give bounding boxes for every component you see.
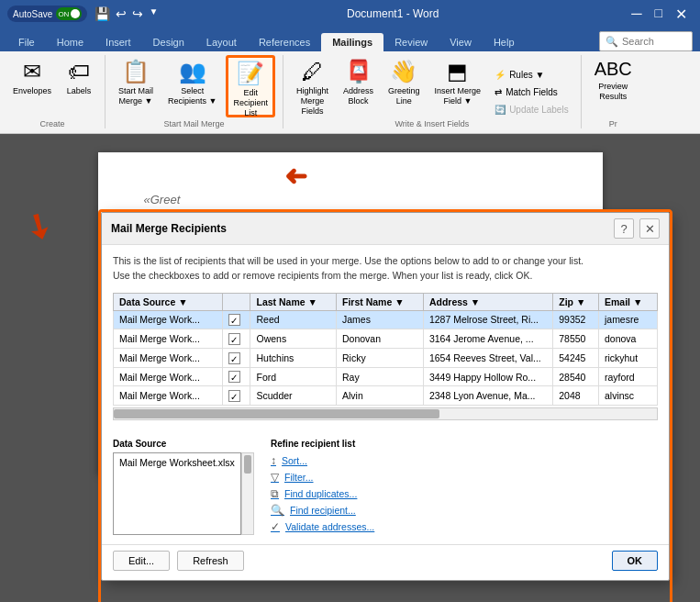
recipients-table-area[interactable]: Data Source ▼ Last Name ▼ First Name ▼ A… xyxy=(113,293,658,407)
cell-email-4: rayford xyxy=(598,367,657,386)
edit-recipient-list-button[interactable]: 📝 EditRecipientList xyxy=(226,55,275,117)
minimize-icon[interactable]: ─ xyxy=(626,6,647,23)
validate-addresses-button[interactable]: ✓ Validate addresses... xyxy=(271,520,658,533)
save-icon[interactable]: 💾 xyxy=(93,6,112,21)
filter-button[interactable]: ▽ Filter... xyxy=(271,471,658,484)
tab-design[interactable]: Design xyxy=(142,33,195,51)
sort-button[interactable]: ↕ Sort... xyxy=(271,454,658,467)
update-labels-icon: 🔄 xyxy=(494,105,506,115)
cell-check-1[interactable] xyxy=(222,310,250,329)
rules-button[interactable]: ⚡ Rules ▼ xyxy=(490,67,573,83)
edit-recipient-list-icon: 📝 xyxy=(237,61,264,86)
match-fields-button[interactable]: ⇄ Match Fields xyxy=(490,84,573,100)
more-icon[interactable]: ▼ xyxy=(147,6,160,21)
autosave-toggle[interactable]: AutoSave ON xyxy=(7,6,87,22)
cell-address-2: 3164 Jerome Avenue, ... xyxy=(423,329,552,349)
cell-check-4[interactable] xyxy=(222,367,250,386)
tab-review[interactable]: Review xyxy=(383,33,439,51)
col-zip[interactable]: Zip ▼ xyxy=(553,293,599,310)
cell-check-3[interactable] xyxy=(222,348,250,367)
tab-layout[interactable]: Layout xyxy=(195,33,248,51)
data-source-item[interactable]: Mail Merge Worksheet.xlsx xyxy=(116,455,239,470)
find-recipient-button[interactable]: 🔍 Find recipient... xyxy=(271,504,658,517)
table-row[interactable]: Mail Merge Work... Ford Ray 3449 Happy H… xyxy=(114,367,658,386)
match-fields-label: Match Fields xyxy=(506,87,558,97)
ribbon-search-box[interactable]: 🔍 xyxy=(599,31,693,51)
tab-home[interactable]: Home xyxy=(46,33,94,51)
cell-check-5[interactable] xyxy=(222,386,250,406)
maximize-icon[interactable]: □ xyxy=(650,6,668,23)
find-duplicates-button[interactable]: ⧉ Find duplicates... xyxy=(271,487,658,500)
select-recipients-button[interactable]: 👥 SelectRecipients ▼ xyxy=(162,55,222,117)
cell-address-3: 1654 Reeves Street, Val... xyxy=(423,348,552,367)
col-address[interactable]: Address ▼ xyxy=(423,293,552,310)
cell-datasource-5: Mail Merge Work... xyxy=(114,386,223,406)
checkbox-5[interactable] xyxy=(228,390,240,402)
data-source-list-container: Mail Merge Worksheet.xlsx xyxy=(113,452,260,535)
table-row[interactable]: Mail Merge Work... Reed James 1287 Melro… xyxy=(114,310,658,329)
table-row[interactable]: Mail Merge Work... Hutchins Ricky 1654 R… xyxy=(114,348,658,367)
autosave-switch[interactable]: ON xyxy=(56,7,82,20)
ok-button[interactable]: OK xyxy=(612,551,659,571)
search-input[interactable] xyxy=(622,36,686,47)
tab-mailings[interactable]: Mailings xyxy=(321,33,383,51)
cell-address-4: 3449 Happy Hollow Ro... xyxy=(423,367,552,386)
tab-references[interactable]: References xyxy=(248,33,321,51)
tab-view[interactable]: View xyxy=(439,33,483,51)
checkbox-4[interactable] xyxy=(228,371,240,383)
validate-icon: ✓ xyxy=(271,520,280,533)
preview-results-button[interactable]: ABC PreviewResults xyxy=(589,55,638,117)
tab-insert[interactable]: Insert xyxy=(94,33,142,51)
start-mail-merge-button[interactable]: 📋 Start MailMerge ▼ xyxy=(113,55,159,117)
col-first-name[interactable]: First Name ▼ xyxy=(337,293,424,310)
col-data-source[interactable]: Data Source ▼ xyxy=(114,293,223,310)
col-checkbox xyxy=(222,293,250,310)
cell-datasource-1: Mail Merge Work... xyxy=(114,310,223,329)
table-row[interactable]: Mail Merge Work... Owens Donovan 3164 Je… xyxy=(114,329,658,349)
ribbon-group-create: ✉ Envelopes 🏷 Labels Create xyxy=(7,55,106,128)
insert-merge-field-button[interactable]: ⬒ Insert MergeField ▼ xyxy=(429,55,487,117)
col-email[interactable]: Email ▼ xyxy=(598,293,657,310)
update-labels-label: Update Labels xyxy=(509,105,569,115)
edit-button[interactable]: Edit... xyxy=(113,551,170,571)
address-block-button[interactable]: 📮 AddressBlock xyxy=(338,55,379,117)
data-source-list[interactable]: Mail Merge Worksheet.xlsx xyxy=(113,452,241,535)
greeting-line-button[interactable]: 👋 GreetingLine xyxy=(383,55,426,117)
dialog-title: Mail Merge Recipients xyxy=(111,222,227,235)
horizontal-scrollbar[interactable] xyxy=(113,407,658,420)
checkbox-2[interactable] xyxy=(228,333,240,345)
greeting-line-icon: 👋 xyxy=(390,59,417,84)
cell-check-2[interactable] xyxy=(222,329,250,349)
scroll-thumb[interactable] xyxy=(114,409,439,418)
labels-button[interactable]: 🏷 Labels xyxy=(61,55,97,117)
tab-file[interactable]: File xyxy=(7,33,46,51)
filter-label: Filter... xyxy=(284,472,314,483)
ds-scroll-thumb[interactable] xyxy=(244,455,251,474)
dialog-help-button[interactable]: ? xyxy=(614,218,634,239)
update-labels-button[interactable]: 🔄 Update Labels xyxy=(490,102,573,117)
tab-help[interactable]: Help xyxy=(483,33,526,51)
col-last-name[interactable]: Last Name ▼ xyxy=(250,293,337,310)
highlight-merge-fields-button[interactable]: 🖊 HighlightMergeFields xyxy=(291,55,334,117)
undo-icon[interactable]: ↩ xyxy=(114,6,128,21)
cell-lastname-2: Owens xyxy=(250,329,337,349)
create-group-label: Create xyxy=(7,119,97,128)
title-bar: AutoSave ON 💾 ↩ ↪ ▼ Document1 - Word ─ □… xyxy=(0,0,700,28)
checkbox-1[interactable] xyxy=(228,314,240,326)
rules-match-group: ⚡ Rules ▼ ⇄ Match Fields 🔄 Update Labels xyxy=(490,67,573,117)
redo-icon[interactable]: ↪ xyxy=(130,6,145,21)
close-icon[interactable]: ✕ xyxy=(670,6,693,23)
mail-merge-dialog[interactable]: Mail Merge Recipients ? ✕ This is the li… xyxy=(101,212,670,581)
data-source-scrollbar[interactable] xyxy=(241,452,254,535)
dialog-controls: ? ✕ xyxy=(614,218,660,239)
refine-panel: Refine recipient list ↕ Sort... ▽ Filter… xyxy=(271,439,658,535)
cell-lastname-1: Reed xyxy=(250,310,337,329)
checkbox-3[interactable] xyxy=(228,352,240,364)
highlight-fields-icon: 🖊 xyxy=(302,59,324,84)
envelopes-button[interactable]: ✉ Envelopes xyxy=(7,55,57,117)
table-row[interactable]: Mail Merge Work... Scudder Alvin 2348 Ly… xyxy=(114,386,658,406)
refresh-button[interactable]: Refresh xyxy=(177,551,244,571)
dialog-close-button[interactable]: ✕ xyxy=(639,218,660,239)
refine-label: Refine recipient list xyxy=(271,439,658,449)
dialog-desc-line1: This is the list of recipients that will… xyxy=(113,255,583,266)
